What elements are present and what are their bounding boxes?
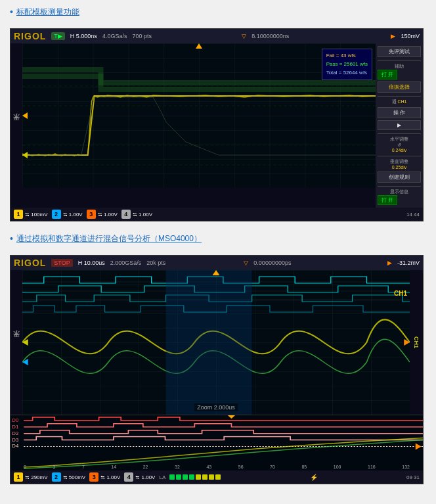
ch1-indicator: 1 ≒ 100mV (14, 210, 48, 219)
ch1-val: ≒ 100mV (25, 212, 48, 218)
operate-btn[interactable]: 操 作 (378, 107, 421, 118)
x-label-1: 3 (53, 465, 55, 469)
show-info-open-btn[interactable]: 打 开 (378, 195, 397, 205)
ch3-val: ≒ 1.00V (98, 212, 118, 218)
ch4-val: ≒ 1.00V (133, 212, 152, 218)
section1-item: • 标配模板测量功能 (10, 7, 426, 22)
dot1 (169, 474, 175, 480)
vert-adjust-val: 0.25div (378, 165, 421, 170)
scope2-ch4-val: ≒ 1.00V (135, 474, 155, 480)
fail-count: Fail = 43 wfs (326, 52, 368, 60)
show-info-label: 显示信息 (378, 189, 421, 195)
time-div1: H 5.000ns (70, 33, 97, 39)
rigol-logo1: RIGOL (14, 31, 46, 41)
scope1-header: RIGOL T▶ H 5.000ns 4.0GSa/s 700 pts ▽ 8.… (11, 29, 423, 43)
x-label-4: 22 (143, 465, 148, 469)
operate-arrow: ▶ (378, 120, 421, 130)
pass-count: Pass = 25601 wfs (326, 60, 368, 69)
scope2-ch4-num: 4 (124, 472, 133, 482)
channel-select-btn[interactable]: 倍振选择 (378, 81, 421, 93)
digital-section: D0 D1 D2 D3 D4 0 3 (11, 415, 423, 470)
horiz-adjust-label: 水平调整 (378, 136, 421, 143)
scope2: RIGOL STOP H 10.00us 2.000GSa/s 20k pts … (10, 255, 424, 484)
ch3-indicator: 3 ≒ 1.00V (87, 210, 118, 219)
zoom-label: Zoom 2.000us (194, 403, 238, 411)
x-label-3: 14 (111, 465, 116, 469)
scope2-ch2-val: ≒ 500mV (63, 474, 86, 480)
assist-label: 辅助 (378, 63, 421, 70)
dot7 (209, 474, 214, 480)
ch2-indicator: 2 ≒ 1.00V (52, 210, 83, 219)
sample-rate2: 2.000GSa/s (110, 260, 142, 266)
scope2-ch2-num: 2 (52, 472, 61, 482)
trigger-icon1: ▽ (242, 33, 246, 39)
voltage-scale2: -31.2mV (397, 260, 420, 266)
section1-link[interactable]: 标配模板测量功能 (16, 7, 79, 18)
scope2-ch3-indicator: 3 ≒ 1.00V (89, 472, 120, 482)
scope2-left-label: 水平 (11, 270, 22, 415)
section2-link[interactable]: 通过模拟和数字通道进行混合信号分析（MSO4000） (16, 233, 202, 244)
trigger-arrow2: ▶ (387, 260, 392, 266)
pre-test-btn[interactable]: 先评测试 (378, 46, 421, 57)
sample-rate1: 4.0GSa/s (102, 33, 127, 39)
x-label-9: 85 (301, 465, 307, 469)
green-dots (169, 474, 221, 480)
scope2-ch3-num: 3 (89, 472, 98, 482)
svg-text:D3: D3 (12, 437, 18, 442)
x-label-2: 7 (82, 465, 85, 469)
scope1-info-box: Fail = 43 wfs Pass = 25601 wfs Total = 5… (322, 49, 372, 80)
scope2-ch1-num: 1 (14, 472, 23, 482)
scope1: RIGOL T▶ H 5.000ns 4.0GSa/s 700 pts ▽ 8.… (10, 28, 424, 221)
svg-rect-5 (166, 270, 252, 415)
sample-pts1: 700 pts (132, 33, 152, 39)
dot2 (176, 474, 181, 480)
x-label-6: 43 (206, 465, 211, 469)
scope2-footer: 1 ≒ 290mV 2 ≒ 500mV 3 ≒ 1.00V 4 ≒ 1.00V … (11, 470, 423, 484)
x-label-0: 0 (24, 465, 26, 469)
x-label-5: 32 (175, 465, 180, 469)
ch3-num: 3 (87, 210, 96, 219)
ch1-label: CH1 (394, 290, 407, 297)
scope1-time: 14 44 (406, 212, 420, 218)
ch1-num: 1 (14, 210, 23, 219)
rigol-logo2: RIGOL (14, 258, 46, 268)
assist-open-btn[interactable]: 打 开 (378, 70, 397, 80)
dot6 (202, 474, 207, 480)
assist-row: 打 开 (378, 70, 421, 80)
bullet1: • (10, 7, 13, 18)
x-label-7: 56 (238, 465, 244, 469)
bullet2: • (10, 233, 13, 244)
horiz-adjust-back[interactable]: ↺ (378, 143, 421, 148)
scope2-ch1-val: ≒ 290mV (25, 474, 48, 480)
trigger-arrow1: ▶ (391, 33, 395, 39)
sample-info1: 4.0GSa/s 700 pts (102, 33, 236, 39)
ch2-val: ≒ 1.00V (63, 212, 83, 218)
horiz-adjust-section: 水平调整 ↺ 0.24div (378, 133, 421, 152)
voltage-scale1: 150mV (401, 33, 420, 39)
sample-info2: 2.000GSa/s 20k pts (110, 260, 239, 266)
vert-adjust-label: 垂直调整 (378, 158, 421, 165)
usb-icon: ⚡ (310, 474, 318, 481)
dot8 (215, 474, 221, 480)
ch4-indicator: 4 ≒ 1.00V (121, 210, 152, 219)
time-div2: H 10.00us (78, 260, 105, 266)
create-rule-btn[interactable]: 创建规则 (378, 172, 421, 183)
svg-text:D1: D1 (12, 424, 18, 429)
scope1-right-panel: 先评测试 辅助 打 开 倍振选择 通 CH1 操 作 ▶ 水平调整 ↺ 0.24… (376, 43, 423, 208)
x-label-8: 70 (270, 465, 275, 469)
sample-pts2: 20k pts (146, 260, 165, 266)
dot3 (183, 474, 188, 480)
trigger-icon2: ▽ (244, 260, 248, 266)
scope2-ch2-indicator: 2 ≒ 500mV (52, 472, 86, 482)
scope1-screen: Fail = 43 wfs Pass = 25601 wfs Total = 5… (22, 43, 376, 188)
ch2-num: 2 (52, 210, 61, 219)
panel-section1: 辅助 打 开 (378, 60, 421, 80)
scope2-ch1-indicator: 1 ≒ 290mV (14, 472, 48, 482)
horiz-adjust-val: 0.24div (378, 148, 421, 152)
scope2-header: RIGOL STOP H 10.00us 2.000GSa/s 20k pts … (11, 256, 423, 270)
scope1-footer: 1 ≒ 100mV 2 ≒ 1.00V 3 ≒ 1.00V 4 ≒ 1.00V … (11, 208, 423, 221)
x-label-11: 116 (368, 465, 376, 469)
svg-text:D2: D2 (12, 430, 18, 436)
section2-item: • 通过模拟和数字通道进行混合信号分析（MSO4000） (10, 233, 426, 248)
ch4-num: 4 (121, 210, 131, 219)
